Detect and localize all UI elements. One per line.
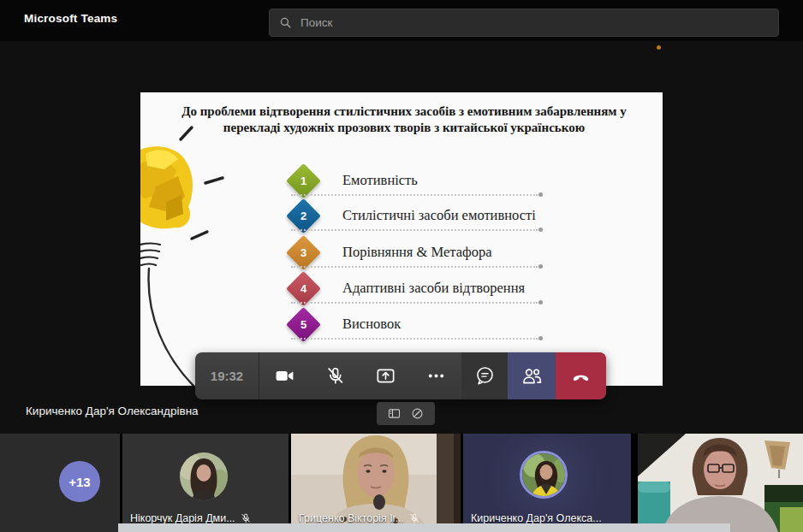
agenda-badge-4: 4 (286, 270, 321, 305)
people-icon (520, 365, 543, 387)
more-options-icon (425, 365, 447, 387)
overflow-count-badge: +13 (59, 461, 100, 502)
agenda-item-2: 2 Стилістичні засоби емотивності (291, 203, 536, 228)
agenda-badge-5: 5 (286, 306, 321, 341)
participant-video (638, 434, 803, 532)
app-title: Microsoft Teams (24, 12, 117, 25)
agenda-item-5: 5 Висновок (291, 311, 401, 337)
hangup-button[interactable] (556, 352, 606, 399)
presenter-name: Кириченко Дар'я Олександрівна (26, 405, 199, 417)
annotation-off-button[interactable] (410, 406, 425, 421)
participant-label: Кириченко Дар'я Олекса... (471, 512, 602, 524)
avatar (180, 452, 228, 500)
agenda-label-4: Адаптивні засоби відтворення (342, 280, 525, 297)
agenda-divider (291, 194, 538, 196)
shared-presentation-slide: До проблеми відтворення стилістичних зас… (140, 92, 663, 386)
hangup-icon (569, 364, 592, 387)
camera-icon (274, 365, 295, 387)
agenda-divider (291, 229, 538, 231)
overflow-participants-tile[interactable]: +13 (0, 434, 120, 532)
layout-button[interactable] (387, 406, 402, 421)
agenda-item-3: 3 Порівняння & Метафора (291, 239, 492, 265)
search-input[interactable] (300, 16, 770, 29)
mic-button[interactable] (310, 352, 360, 399)
agenda-divider (291, 302, 538, 304)
meeting-timer: 19:32 (195, 352, 259, 399)
agenda-item-4: 4 Адаптивні засоби відтворення (291, 275, 525, 301)
agenda-badge-3: 3 (286, 234, 321, 269)
agenda-divider (291, 338, 538, 340)
agenda-divider (291, 266, 538, 268)
chat-icon (474, 365, 496, 387)
avatar (520, 451, 568, 499)
participant-tile[interactable]: Кириченко Дар'я Олекса... (463, 434, 631, 532)
camera-button[interactable] (259, 352, 310, 399)
participants-button[interactable] (508, 352, 556, 399)
status-dot (657, 45, 661, 50)
top-bar: Microsoft Teams (0, 0, 803, 41)
participants-strip: +13 Нікорчук Дарія Дми... (0, 434, 803, 532)
teams-window: Microsoft Teams До проблеми відтворення … (0, 0, 803, 532)
agenda-badge-2: 2 (286, 198, 321, 233)
agenda-label-5: Висновок (342, 316, 401, 333)
presentation-toolbar (377, 402, 435, 425)
chat-button[interactable] (461, 352, 508, 399)
mic-off-icon (240, 512, 252, 524)
agenda-item-1: 1 Емотивність (291, 168, 418, 193)
agenda-label-3: Порівняння & Метафора (342, 244, 492, 261)
mic-off-icon (408, 512, 420, 524)
participant-label: Гриценко Вікторія Іг... (299, 512, 420, 524)
meeting-stage: До проблеми відтворення стилістичних зас… (0, 41, 803, 434)
agenda-badge-1: 1 (286, 163, 321, 198)
participant-label: Нікорчук Дарія Дми... (130, 512, 252, 524)
participant-tile[interactable]: Нікорчук Дарія Дми... (122, 434, 288, 532)
agenda-label-2: Стилістичні засоби емотивності (342, 207, 536, 224)
more-options-button[interactable] (411, 352, 461, 399)
participant-tile[interactable]: Гриценко Вікторія Іг... (291, 434, 461, 532)
search-box[interactable] (269, 9, 779, 37)
agenda-label-1: Емотивність (342, 172, 418, 189)
background-window-edge (118, 523, 730, 532)
share-screen-button[interactable] (360, 352, 411, 399)
search-icon (278, 15, 293, 30)
share-screen-icon (375, 365, 396, 387)
participant-tile[interactable] (638, 434, 803, 532)
mic-off-icon (324, 365, 346, 387)
call-control-bar: 19:32 (195, 352, 606, 399)
